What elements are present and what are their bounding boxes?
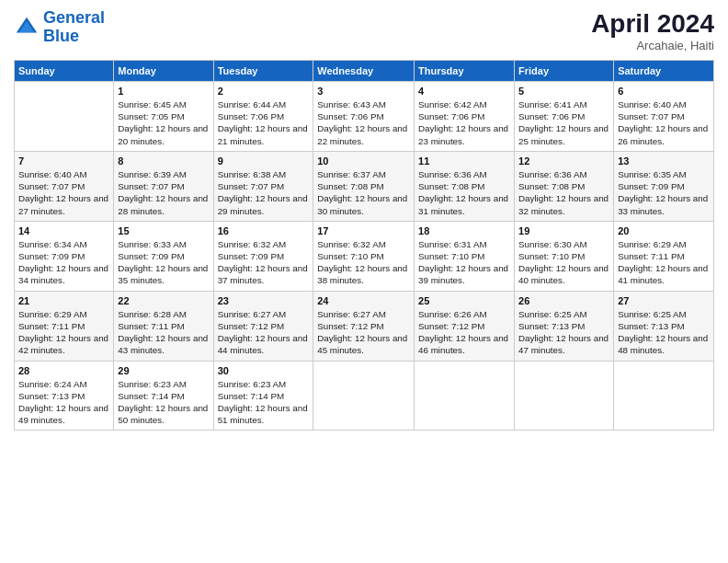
table-row: 8Sunrise: 6:39 AM Sunset: 7:07 PM Daylig… [114,151,213,221]
cell-date: 14 [18,225,109,236]
logo-line2: Blue [43,27,79,45]
cell-date: 24 [317,295,410,306]
table-row: 3Sunrise: 6:43 AM Sunset: 7:06 PM Daylig… [313,82,415,152]
cell-info: Sunrise: 6:36 AM Sunset: 7:08 PM Dayligh… [418,168,510,217]
table-row [415,361,515,431]
table-row: 16Sunrise: 6:32 AM Sunset: 7:09 PM Dayli… [213,221,313,291]
cell-date: 17 [317,225,410,236]
cell-info: Sunrise: 6:35 AM Sunset: 7:09 PM Dayligh… [618,168,710,217]
col-tuesday: Tuesday [213,61,313,82]
month-title: April 2024 [591,9,714,39]
calendar-header-row: Sunday Monday Tuesday Wednesday Thursday… [15,61,714,82]
table-row: 20Sunrise: 6:29 AM Sunset: 7:11 PM Dayli… [614,221,714,291]
cell-info: Sunrise: 6:24 AM Sunset: 7:13 PM Dayligh… [18,378,109,427]
table-row [15,82,114,152]
table-row: 13Sunrise: 6:35 AM Sunset: 7:09 PM Dayli… [614,151,714,221]
cell-date: 4 [418,86,510,97]
cell-info: Sunrise: 6:23 AM Sunset: 7:14 PM Dayligh… [218,378,310,427]
cell-date: 21 [18,295,109,306]
cell-info: Sunrise: 6:29 AM Sunset: 7:11 PM Dayligh… [618,238,710,287]
cell-info: Sunrise: 6:25 AM Sunset: 7:13 PM Dayligh… [518,308,609,357]
cell-info: Sunrise: 6:33 AM Sunset: 7:09 PM Dayligh… [118,238,209,287]
table-row: 28Sunrise: 6:24 AM Sunset: 7:13 PM Dayli… [15,361,114,431]
cell-info: Sunrise: 6:37 AM Sunset: 7:08 PM Dayligh… [317,168,410,217]
cell-info: Sunrise: 6:32 AM Sunset: 7:10 PM Dayligh… [317,238,410,287]
cell-date: 12 [518,155,609,167]
cell-date: 8 [118,155,209,167]
cell-info: Sunrise: 6:34 AM Sunset: 7:09 PM Dayligh… [18,238,109,287]
col-sunday: Sunday [15,61,114,82]
table-row: 22Sunrise: 6:28 AM Sunset: 7:11 PM Dayli… [114,291,213,361]
cell-info: Sunrise: 6:39 AM Sunset: 7:07 PM Dayligh… [118,168,209,217]
cell-info: Sunrise: 6:42 AM Sunset: 7:06 PM Dayligh… [418,98,510,147]
calendar-table: Sunday Monday Tuesday Wednesday Thursday… [14,60,714,431]
cell-info: Sunrise: 6:26 AM Sunset: 7:12 PM Dayligh… [418,308,510,357]
cell-info: Sunrise: 6:44 AM Sunset: 7:06 PM Dayligh… [218,98,310,147]
table-row: 7Sunrise: 6:40 AM Sunset: 7:07 PM Daylig… [15,151,114,221]
table-row: 26Sunrise: 6:25 AM Sunset: 7:13 PM Dayli… [515,291,614,361]
cell-info: Sunrise: 6:36 AM Sunset: 7:08 PM Dayligh… [518,168,609,217]
cell-date: 16 [218,225,310,236]
table-row: 6Sunrise: 6:40 AM Sunset: 7:07 PM Daylig… [614,82,714,152]
cell-info: Sunrise: 6:40 AM Sunset: 7:07 PM Dayligh… [18,168,109,217]
table-row: 10Sunrise: 6:37 AM Sunset: 7:08 PM Dayli… [313,151,415,221]
table-row: 23Sunrise: 6:27 AM Sunset: 7:12 PM Dayli… [213,291,313,361]
cell-date: 5 [518,86,609,97]
table-row: 30Sunrise: 6:23 AM Sunset: 7:14 PM Dayli… [213,361,313,431]
table-row: 2Sunrise: 6:44 AM Sunset: 7:06 PM Daylig… [213,82,313,152]
calendar-row: 14Sunrise: 6:34 AM Sunset: 7:09 PM Dayli… [15,221,714,291]
cell-info: Sunrise: 6:25 AM Sunset: 7:13 PM Dayligh… [618,308,710,357]
cell-info: Sunrise: 6:38 AM Sunset: 7:07 PM Dayligh… [218,168,310,217]
cell-info: Sunrise: 6:30 AM Sunset: 7:10 PM Dayligh… [518,238,609,287]
cell-date: 10 [317,155,410,167]
cell-info: Sunrise: 6:43 AM Sunset: 7:06 PM Dayligh… [317,98,410,147]
cell-date: 28 [18,365,109,376]
table-row: 9Sunrise: 6:38 AM Sunset: 7:07 PM Daylig… [213,151,313,221]
cell-date: 30 [218,365,310,376]
cell-date: 29 [118,365,209,376]
cell-info: Sunrise: 6:29 AM Sunset: 7:11 PM Dayligh… [18,308,109,357]
cell-date: 25 [418,295,510,306]
cell-date: 18 [418,225,510,236]
cell-date: 2 [218,86,310,97]
table-row: 11Sunrise: 6:36 AM Sunset: 7:08 PM Dayli… [415,151,515,221]
cell-info: Sunrise: 6:32 AM Sunset: 7:09 PM Dayligh… [218,238,310,287]
cell-date: 3 [317,86,410,97]
cell-date: 23 [218,295,310,306]
cell-date: 9 [218,155,310,167]
cell-date: 11 [418,155,510,167]
table-row: 12Sunrise: 6:36 AM Sunset: 7:08 PM Dayli… [515,151,614,221]
cell-date: 27 [618,295,710,306]
cell-date: 6 [618,86,710,97]
calendar-row: 28Sunrise: 6:24 AM Sunset: 7:13 PM Dayli… [15,361,714,431]
cell-info: Sunrise: 6:41 AM Sunset: 7:06 PM Dayligh… [518,98,609,147]
col-monday: Monday [114,61,213,82]
table-row: 18Sunrise: 6:31 AM Sunset: 7:10 PM Dayli… [415,221,515,291]
cell-info: Sunrise: 6:27 AM Sunset: 7:12 PM Dayligh… [218,308,310,357]
calendar-row: 21Sunrise: 6:29 AM Sunset: 7:11 PM Dayli… [15,291,714,361]
logo-line1: General [43,8,105,27]
table-row: 15Sunrise: 6:33 AM Sunset: 7:09 PM Dayli… [114,221,213,291]
title-block: April 2024 Arcahaie, Haiti [591,9,714,52]
table-row: 24Sunrise: 6:27 AM Sunset: 7:12 PM Dayli… [313,291,415,361]
logo-text: General Blue [43,9,105,46]
cell-info: Sunrise: 6:40 AM Sunset: 7:07 PM Dayligh… [618,98,710,147]
col-thursday: Thursday [415,61,515,82]
table-row: 27Sunrise: 6:25 AM Sunset: 7:13 PM Dayli… [614,291,714,361]
logo: General Blue [14,9,105,46]
cell-date: 15 [118,225,209,236]
cell-info: Sunrise: 6:27 AM Sunset: 7:12 PM Dayligh… [317,308,410,357]
table-row: 21Sunrise: 6:29 AM Sunset: 7:11 PM Dayli… [15,291,114,361]
cell-date: 22 [118,295,209,306]
table-row [515,361,614,431]
page: General Blue April 2024 Arcahaie, Haiti … [0,0,728,563]
logo-icon [14,15,40,40]
header: General Blue April 2024 Arcahaie, Haiti [14,9,714,52]
col-friday: Friday [515,61,614,82]
calendar-row: 7Sunrise: 6:40 AM Sunset: 7:07 PM Daylig… [15,151,714,221]
table-row: 5Sunrise: 6:41 AM Sunset: 7:06 PM Daylig… [515,82,614,152]
cell-info: Sunrise: 6:23 AM Sunset: 7:14 PM Dayligh… [118,378,209,427]
cell-date: 20 [618,225,710,236]
cell-date: 19 [518,225,609,236]
location-subtitle: Arcahaie, Haiti [591,39,714,52]
